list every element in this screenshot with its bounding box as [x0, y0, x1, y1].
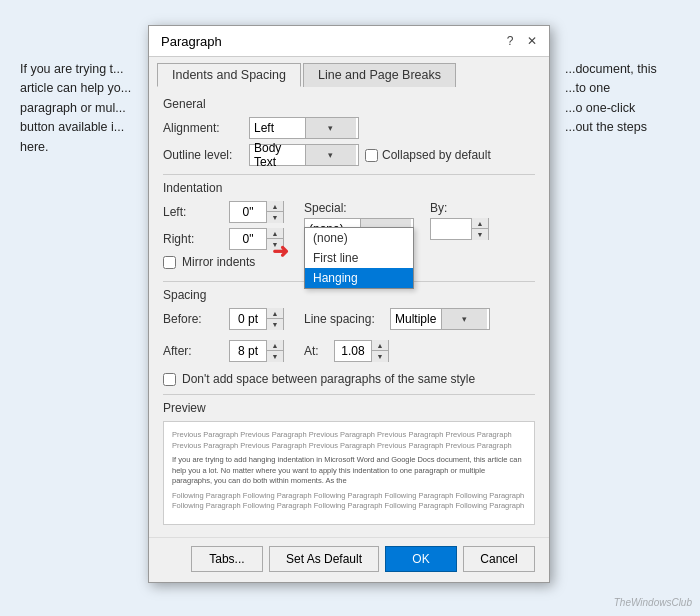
indent-left-input[interactable] [230, 202, 266, 222]
preview-area: Previous Paragraph Previous Paragraph Pr… [163, 421, 535, 525]
indent-right-input[interactable] [230, 229, 266, 249]
indent-right-label: Right: [163, 232, 223, 246]
dropdown-item-hanging[interactable]: Hanging [305, 268, 413, 288]
indent-left-arrows: ▲ ▼ [266, 201, 283, 223]
general-section-label: General [163, 97, 535, 111]
dropdown-item-none[interactable]: (none) [305, 228, 413, 248]
at-up[interactable]: ▲ [372, 340, 388, 351]
at-spinner[interactable]: ▲ ▼ [334, 340, 389, 362]
mirror-indents-label: Mirror indents [182, 255, 255, 269]
spacing-section-label: Spacing [163, 288, 535, 302]
spacing-after-input[interactable] [230, 341, 266, 361]
paragraph-dialog: Paragraph ? ✕ Indents and Spacing Line a… [148, 25, 550, 583]
dialog-content: General Alignment: Left ▾ Outline level:… [149, 87, 549, 537]
indent-right-row: Right: ▲ ▼ [163, 228, 284, 250]
indent-left-spinner[interactable]: ▲ ▼ [229, 201, 284, 223]
ok-button[interactable]: OK [385, 546, 457, 572]
no-space-row: Don't add space between paragraphs of th… [163, 372, 535, 386]
special-area: Special: (none) ▾ By: ▲ ▼ [304, 201, 535, 244]
indent-right-up-arrow[interactable]: ▲ [267, 228, 283, 239]
spacing-after-up[interactable]: ▲ [267, 340, 283, 351]
indent-left-up-arrow[interactable]: ▲ [267, 201, 283, 212]
dropdown-item-firstline[interactable]: First line [305, 248, 413, 268]
indent-right-spinner[interactable]: ▲ ▼ [229, 228, 284, 250]
alignment-row: Alignment: Left ▾ [163, 117, 535, 139]
by-up-arrow[interactable]: ▲ [472, 218, 488, 229]
dialog-title: Paragraph [161, 34, 222, 49]
cancel-button[interactable]: Cancel [463, 546, 535, 572]
by-arrows: ▲ ▼ [471, 218, 488, 240]
tab-indents-spacing[interactable]: Indents and Spacing [157, 63, 301, 87]
at-arrows: ▲ ▼ [371, 340, 388, 362]
title-bar-controls: ? ✕ [501, 32, 541, 50]
mirror-indents-checkbox[interactable] [163, 256, 176, 269]
at-label: At: [304, 344, 328, 358]
no-space-label: Don't add space between paragraphs of th… [182, 372, 475, 386]
tab-bar: Indents and Spacing Line and Page Breaks [149, 57, 549, 87]
help-button[interactable]: ? [501, 32, 519, 50]
line-spacing-select[interactable]: Multiple ▾ [390, 308, 490, 330]
collapsed-checkbox-row: Collapsed by default [365, 148, 491, 162]
close-button[interactable]: ✕ [523, 32, 541, 50]
line-spacing-arrow-icon: ▾ [441, 309, 488, 329]
spacing-before-arrows: ▲ ▼ [266, 308, 283, 330]
by-down-arrow[interactable]: ▼ [472, 229, 488, 240]
spacing-after-row: After: ▲ ▼ [163, 340, 284, 362]
spacing-after-down[interactable]: ▼ [267, 351, 283, 362]
line-spacing-label: Line spacing: [304, 312, 384, 326]
outline-arrow-icon: ▾ [305, 145, 357, 165]
indent-right-down-arrow[interactable]: ▼ [267, 239, 283, 250]
indent-left-row: Left: ▲ ▼ [163, 201, 284, 223]
collapsed-label: Collapsed by default [382, 148, 491, 162]
by-label: By: [430, 201, 489, 215]
dialog-buttons: Tabs... Set As Default OK Cancel [149, 537, 549, 582]
outline-row: Outline level: Body Text ▾ Collapsed by … [163, 144, 535, 166]
indent-left-label: Left: [163, 205, 223, 219]
at-row: At: ▲ ▼ [304, 340, 389, 362]
spacing-divider [163, 394, 535, 395]
spacing-before-row: Before: ▲ ▼ [163, 308, 284, 330]
tab-line-page-breaks[interactable]: Line and Page Breaks [303, 63, 456, 87]
spacing-before-input[interactable] [230, 309, 266, 329]
indent-right-arrows: ▲ ▼ [266, 228, 283, 250]
alignment-select[interactable]: Left ▾ [249, 117, 359, 139]
spacing-before-spinner[interactable]: ▲ ▼ [229, 308, 284, 330]
alignment-arrow-icon: ▾ [305, 118, 357, 138]
background-text-right: ...document, this ...to one ...o one-cli… [565, 60, 685, 138]
no-space-checkbox[interactable] [163, 373, 176, 386]
spacing-after-arrows: ▲ ▼ [266, 340, 283, 362]
spacing-after-spinner[interactable]: ▲ ▼ [229, 340, 284, 362]
outline-label: Outline level: [163, 148, 243, 162]
alignment-label: Alignment: [163, 121, 243, 135]
indent-left-down-arrow[interactable]: ▼ [267, 212, 283, 223]
at-input[interactable] [335, 341, 371, 361]
line-spacing-row: Line spacing: Multiple ▾ [304, 308, 490, 330]
set-default-button[interactable]: Set As Default [269, 546, 379, 572]
spacing-after-label: After: [163, 344, 223, 358]
special-dropdown-popup: (none) First line Hanging [304, 227, 414, 289]
spacing-before-down[interactable]: ▼ [267, 319, 283, 330]
special-label: Special: [304, 201, 414, 215]
tabs-button[interactable]: Tabs... [191, 546, 263, 572]
general-divider [163, 174, 535, 175]
preview-following-para: Following Paragraph Following Paragraph … [172, 491, 526, 512]
indentation-section-label: Indentation [163, 181, 535, 195]
background-text-left: If you are trying t... article can help … [20, 60, 165, 157]
by-spinner[interactable]: ▲ ▼ [430, 218, 489, 240]
mirror-indents-row: Mirror indents [163, 255, 284, 269]
preview-section-label: Preview [163, 401, 535, 415]
at-down[interactable]: ▼ [372, 351, 388, 362]
outline-select[interactable]: Body Text ▾ [249, 144, 359, 166]
preview-main-text: If you are trying to add hanging indenta… [172, 455, 526, 487]
title-bar: Paragraph ? ✕ [149, 26, 549, 57]
by-input[interactable] [431, 219, 471, 239]
spacing-before-label: Before: [163, 312, 223, 326]
collapsed-checkbox[interactable] [365, 149, 378, 162]
watermark: TheWindowsClub [614, 597, 692, 608]
preview-previous-para: Previous Paragraph Previous Paragraph Pr… [172, 430, 526, 451]
spacing-before-up[interactable]: ▲ [267, 308, 283, 319]
